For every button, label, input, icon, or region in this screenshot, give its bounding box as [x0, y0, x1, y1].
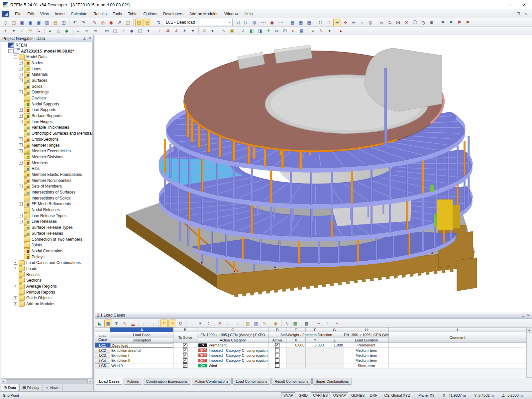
- column-letter-H[interactable]: H: [344, 328, 389, 332]
- table-dock-icon[interactable]: ▤: [144, 19, 151, 26]
- checkbox-checked[interactable]: ✓: [183, 343, 187, 347]
- stamp-icon[interactable]: ▣: [228, 27, 236, 35]
- cell-duration-LC5[interactable]: Short-term: [344, 363, 389, 368]
- loadcase-jump-icon[interactable]: ⇅: [155, 19, 162, 26]
- mdi-close-icon[interactable]: ✕: [522, 11, 529, 17]
- row-header-LC1[interactable]: LC1: [95, 343, 110, 348]
- cell-comment-LC1[interactable]: [389, 343, 526, 348]
- table-tab-load-combinations[interactable]: Load Combinations: [232, 378, 270, 385]
- cell-to-solve-LC5[interactable]: ✓: [173, 363, 197, 368]
- expand-icon[interactable]: +: [14, 267, 17, 270]
- tree-item-results[interactable]: Results: [1, 272, 92, 278]
- measure-icon[interactable]: ∠: [240, 27, 247, 35]
- cell-category-LC2[interactable]: Qi CImposed - Category C: congregation a…: [197, 348, 268, 353]
- edit-mode-icon[interactable]: ✎: [91, 19, 98, 26]
- color-scale-icon[interactable]: ▲: [337, 27, 345, 35]
- new-node-dd-icon[interactable]: ▾: [10, 27, 18, 35]
- navigator-tab-display[interactable]: ▤Display: [19, 384, 42, 391]
- new-opening-icon[interactable]: ▢: [111, 27, 119, 35]
- tree-item-pulleys[interactable]: Pulleys: [1, 254, 92, 260]
- brush-dd-icon[interactable]: ▾: [326, 27, 333, 35]
- tree-item-lines[interactable]: +Lines: [1, 66, 92, 72]
- load-case-combobox[interactable]: LC1 - Dead load▾: [164, 19, 233, 26]
- tree-item-nodal-constraints[interactable]: Nodal Constraints: [1, 248, 92, 254]
- mdi-minimize-icon[interactable]: –: [507, 11, 515, 17]
- cell-duration-LC2[interactable]: Medium-term: [344, 348, 389, 353]
- dimension-xx-icon[interactable]: xx: [82, 27, 91, 35]
- expand-icon[interactable]: +: [14, 261, 17, 265]
- resize-grip[interactable]: ⋰: [527, 392, 532, 399]
- expand-icon[interactable]: +: [19, 67, 23, 70]
- pin-icon[interactable]: ⊥: [520, 313, 526, 318]
- multi-copy-icon[interactable]: ⊞: [281, 27, 289, 35]
- checkbox-unchecked[interactable]: [275, 348, 279, 352]
- menu-developers[interactable]: Developers: [160, 10, 186, 18]
- cell-duration-LC4[interactable]: Medium-term: [344, 358, 389, 363]
- column-letter-D[interactable]: D: [268, 328, 286, 332]
- menu-view[interactable]: View: [37, 10, 52, 18]
- import-load-2-icon[interactable]: ⚑: [447, 19, 455, 26]
- status-toggle-dxf[interactable]: DXF: [368, 392, 379, 398]
- view-sheet-icon[interactable]: ▤: [244, 320, 252, 327]
- export-load-1-icon[interactable]: ⚑: [456, 19, 463, 26]
- new-file-icon[interactable]: ▯: [2, 19, 9, 26]
- expand-icon[interactable]: +: [19, 108, 23, 112]
- menu-file[interactable]: File: [12, 10, 24, 18]
- tree-item-printout-reports[interactable]: Printout Reports: [1, 289, 92, 295]
- tree-item-surface-releases[interactable]: Surface Releases: [1, 230, 92, 236]
- save-all-icon[interactable]: ▣: [35, 19, 43, 26]
- cell-category-LC3[interactable]: Qi CImposed - Category C: congregation a…: [197, 353, 268, 358]
- column-letter-I[interactable]: I: [389, 328, 526, 332]
- cell-to-solve-LC1[interactable]: ✓: [173, 343, 197, 348]
- delete-row-icon[interactable]: ←: [224, 320, 232, 327]
- cell-description-LC5[interactable]: Wind 0: [110, 363, 173, 368]
- checkbox-checked[interactable]: ✓: [183, 353, 187, 357]
- load-values-icon[interactable]: X.XX: [259, 19, 267, 26]
- cell-duration-LC3[interactable]: Medium-term: [344, 353, 389, 358]
- expand-icon[interactable]: +: [19, 61, 23, 65]
- column-letter-E[interactable]: E: [286, 328, 306, 332]
- tree-item-cavities[interactable]: Cavities: [1, 95, 92, 101]
- loads-dd-icon[interactable]: ▾: [189, 27, 197, 35]
- cell-duration-LC1[interactable]: Permanent: [344, 343, 389, 348]
- tree-item-a2t231015-model-00-08-02[interactable]: −A2T231015_model 00.08.02*: [1, 48, 92, 54]
- pin-icon[interactable]: ⊥: [82, 36, 87, 41]
- calculator-icon[interactable]: ▦: [303, 320, 310, 327]
- fe-mesh-icon[interactable]: ∷: [317, 19, 324, 26]
- new-window-icon[interactable]: ◫: [124, 19, 132, 26]
- status-toggle-glines[interactable]: GLINES: [349, 392, 367, 398]
- cell-description-LC2[interactable]: Exhibition area full: [110, 348, 173, 353]
- work-plane-icon[interactable]: ⌂: [358, 19, 366, 26]
- expand-icon[interactable]: +: [14, 302, 17, 306]
- copy-dd-icon[interactable]: ▾: [145, 27, 152, 35]
- tools-dd-icon[interactable]: ▾: [209, 27, 216, 35]
- scroll-left-icon[interactable]: ◂: [1, 379, 5, 383]
- table-vertical-scrollbar[interactable]: ▲: [526, 327, 532, 378]
- undo-table-icon[interactable]: ↶: [160, 320, 168, 327]
- cell-active-LC3[interactable]: [268, 353, 286, 358]
- expand-icon[interactable]: +: [19, 220, 23, 223]
- status-toggle-snap[interactable]: SNAP: [281, 392, 296, 398]
- menu-window[interactable]: Window: [221, 10, 242, 18]
- divide-line-icon[interactable]: %: [27, 27, 34, 35]
- tree-item-line-release-types[interactable]: +Line Release Types: [1, 213, 92, 219]
- tree-item-nodal-releases[interactable]: Nodal Releases: [1, 207, 92, 213]
- tree-item-member-eccentricities[interactable]: +Member Eccentricities: [1, 148, 92, 154]
- move-arrows-icon[interactable]: ✛: [265, 27, 272, 35]
- expand-icon[interactable]: +: [19, 161, 23, 165]
- section-icon[interactable]: π: [289, 27, 297, 35]
- surface-load-icon[interactable]: ⇓: [172, 27, 180, 35]
- expand-icon[interactable]: +: [19, 73, 23, 76]
- col-prev-icon[interactable]: ←: [141, 320, 148, 327]
- copy-object-icon[interactable]: ◳: [136, 27, 144, 35]
- tree-item-nodal-supports[interactable]: Nodal Supports: [1, 101, 92, 107]
- dimension-icon[interactable]: ↔: [74, 27, 82, 35]
- table-tab-action-combinations[interactable]: Action Combinations: [192, 378, 232, 385]
- scrollbar-thumb[interactable]: [6, 379, 88, 383]
- expand-icon[interactable]: +: [19, 78, 23, 82]
- tree-item-guide-objects[interactable]: +Guide Objects: [1, 295, 92, 301]
- cell-y-LC1[interactable]: 0.000: [306, 343, 325, 348]
- cell-category-LC5[interactable]: QwWind: [197, 363, 268, 368]
- table-view-icon[interactable]: ▦: [298, 27, 305, 35]
- column-letter-F[interactable]: F: [306, 328, 325, 332]
